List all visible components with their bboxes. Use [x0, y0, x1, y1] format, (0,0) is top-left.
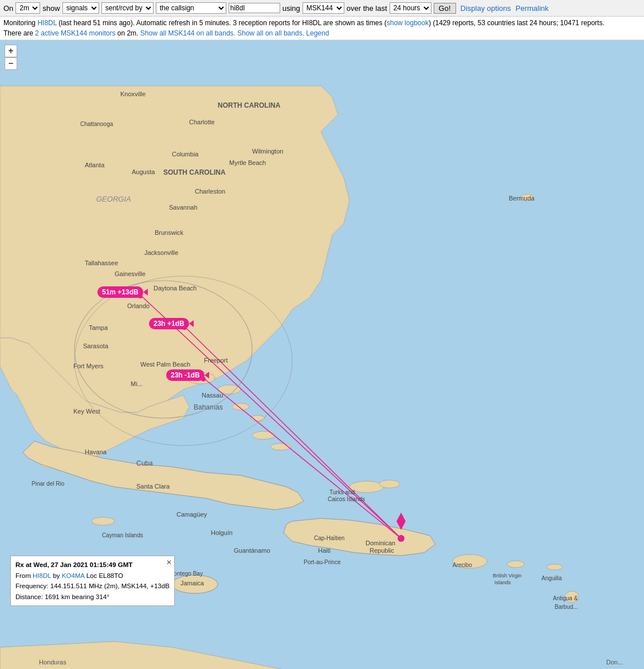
using-label: using	[282, 4, 300, 13]
svg-text:Wilmington: Wilmington	[252, 148, 283, 155]
go-button[interactable]: Go!	[434, 3, 456, 14]
svg-text:Arecibo: Arecibo	[453, 562, 472, 568]
svg-text:Savannah: Savannah	[169, 204, 198, 211]
zoom-controls: + −	[5, 45, 17, 70]
svg-text:British Virgin: British Virgin	[493, 573, 521, 579]
popup-loc-label: Loc	[87, 572, 97, 579]
popup-freq-value: 144.151.511 MHz (2m), MSK144, +13dB	[50, 583, 170, 589]
zoom-out-button[interactable]: −	[5, 57, 17, 70]
location-dot	[398, 535, 405, 542]
over-label: over the last	[347, 4, 387, 13]
svg-text:Gainesville: Gainesville	[115, 270, 146, 277]
svg-point-14	[547, 564, 563, 570]
svg-text:Republic: Republic	[370, 547, 394, 554]
svg-text:NORTH CAROLINA: NORTH CAROLINA	[218, 101, 281, 109]
svg-text:Freeport: Freeport	[204, 357, 228, 364]
svg-text:Atlanta: Atlanta	[85, 162, 105, 168]
svg-point-2	[186, 372, 215, 384]
svg-text:Turks and: Turks and	[329, 489, 355, 495]
svg-text:Cayman Islands: Cayman Islands	[102, 532, 143, 538]
direction-select[interactable]: sent/rcvd bysent byrcvd by	[101, 2, 154, 14]
svg-text:Islands: Islands	[494, 580, 511, 585]
callsign-input[interactable]	[229, 3, 280, 13]
svg-text:Guantánamo: Guantánamo	[234, 547, 270, 554]
svg-point-11	[379, 480, 400, 488]
popup-dist-label: Distance:	[15, 593, 43, 600]
info-line2: There are 2 active MSK144 monitors on 2m…	[3, 28, 641, 38]
popup-by-label: by	[53, 572, 60, 579]
svg-text:Jacksonville: Jacksonville	[144, 249, 178, 256]
popup-from-callsign[interactable]: HI8DL	[33, 572, 51, 579]
svg-text:Cap-Haïtien: Cap-Haïtien	[314, 535, 344, 541]
svg-text:Brunswick: Brunswick	[155, 229, 184, 236]
toolbar: On 2m4m6m show signalsspots sent/rcvd by…	[0, 0, 644, 17]
svg-text:Columbia: Columbia	[172, 151, 199, 158]
svg-text:Jamaica: Jamaica	[180, 580, 205, 587]
svg-text:Bahamas: Bahamas	[194, 403, 223, 411]
popup-freq: Frequency: 144.151.511 MHz (2m), MSK144,…	[15, 581, 170, 591]
station-dot-1	[138, 294, 143, 298]
svg-point-13	[507, 561, 524, 568]
popup-dist: Distance: 1691 km bearing 314°	[15, 592, 170, 602]
svg-point-8	[92, 517, 115, 525]
svg-text:Myrtle Beach: Myrtle Beach	[229, 159, 266, 166]
svg-text:Haiti: Haiti	[318, 547, 331, 554]
zoom-in-button[interactable]: +	[5, 45, 17, 57]
protocol-select[interactable]: MSK144FT8FT4	[303, 2, 344, 14]
on-label: On	[3, 4, 13, 13]
show-all-link[interactable]: Show all on all bands.	[237, 29, 304, 37]
svg-text:Caicos Islands: Caicos Islands	[328, 496, 365, 502]
svg-text:Tallahassee: Tallahassee	[85, 259, 118, 266]
svg-point-4	[232, 403, 249, 410]
svg-text:Orlando: Orlando	[127, 302, 150, 309]
svg-text:Bermuda: Bermuda	[509, 195, 535, 202]
map-label-knoxville: Knoxville	[120, 90, 146, 97]
svg-text:Pinar del Rio: Pinar del Rio	[32, 481, 65, 487]
svg-text:SOUTH CAROLINA: SOUTH CAROLINA	[163, 168, 226, 176]
svg-text:Don...: Don...	[606, 659, 623, 666]
callsign-link[interactable]: HI8DL	[37, 19, 57, 27]
svg-text:Anguilla: Anguilla	[541, 575, 562, 581]
show-msk144-link[interactable]: Show all MSK144 on all bands.	[140, 29, 235, 37]
popup-close-button[interactable]: ✕	[166, 557, 172, 568]
map-popup: ✕ Rx at Wed, 27 Jan 2021 01:15:49 GMT Fr…	[10, 556, 175, 606]
svg-text:Nassau: Nassau	[202, 392, 223, 399]
info-bar: Monitoring HI8DL (last heard 51 mins ago…	[0, 17, 644, 40]
svg-text:Barbud...: Barbud...	[555, 604, 578, 610]
band-select[interactable]: 2m4m6m	[15, 2, 40, 14]
show-label: show	[42, 4, 60, 13]
svg-text:Chattanooga: Chattanooga	[80, 121, 113, 127]
svg-point-6	[252, 431, 275, 439]
station-dot-2	[182, 325, 187, 330]
show-logbook-link[interactable]: show logbook	[387, 19, 429, 27]
popup-title: Rx at Wed, 27 Jan 2021 01:15:49 GMT	[15, 560, 170, 570]
svg-text:Honduras: Honduras	[39, 659, 66, 666]
active-monitors-link[interactable]: 2 active MSK144 monitors	[35, 29, 115, 37]
mode-select[interactable]: signalsspots	[62, 2, 99, 14]
svg-text:Santa Clara: Santa Clara	[136, 483, 170, 490]
hours-select[interactable]: 1 hour2 hours4 hours8 hours12 hours24 ho…	[390, 2, 431, 14]
svg-text:Dominican: Dominican	[366, 540, 395, 546]
svg-text:Charleston: Charleston	[195, 188, 225, 195]
svg-text:Augusta: Augusta	[132, 168, 155, 175]
popup-by-callsign[interactable]: KO4MA	[62, 572, 85, 579]
display-options-link[interactable]: Display options	[461, 4, 511, 13]
svg-text:Charlotte: Charlotte	[189, 119, 215, 125]
svg-text:Antigua &: Antigua &	[553, 595, 578, 601]
svg-text:Havana: Havana	[85, 448, 107, 455]
popup-loc-value: EL88TO	[99, 572, 123, 579]
svg-text:Holguín: Holguín	[211, 529, 233, 536]
popup-from-label: From	[15, 572, 31, 579]
svg-text:Mi...: Mi...	[131, 380, 143, 387]
svg-text:Sarasota: Sarasota	[83, 343, 109, 349]
permalink-link[interactable]: Permalink	[516, 4, 549, 13]
svg-text:Daytona Beach: Daytona Beach	[154, 285, 197, 292]
popup-from: From HI8DL by KO4MA Loc EL88TO	[15, 570, 170, 581]
info-line1: Monitoring HI8DL (last heard 51 mins ago…	[3, 18, 641, 28]
map-container[interactable]: Knoxville Charlotte Chattanooga NORTH CA…	[0, 40, 644, 669]
station-dot-3	[201, 377, 206, 381]
callsign-type-select[interactable]: the callsigna callsign in a grid	[156, 2, 226, 14]
popup-freq-label: Frequency:	[15, 583, 49, 589]
legend-link[interactable]: Legend	[306, 29, 329, 37]
svg-text:Cuba: Cuba	[136, 459, 153, 467]
